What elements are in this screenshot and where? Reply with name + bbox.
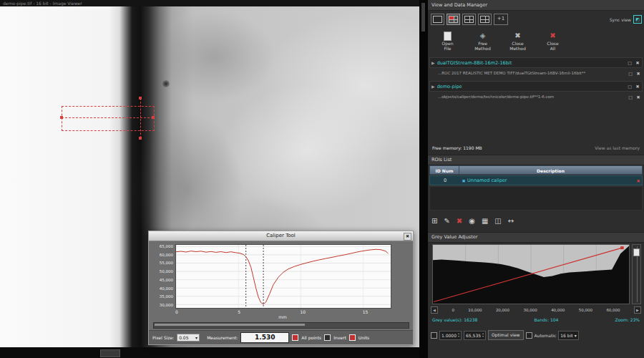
- max-grey-field[interactable]: 65,535 ▴▾: [464, 331, 486, 340]
- table-row[interactable]: 0 ✖ Unnamed caliper ✖: [429, 175, 643, 185]
- file-pin-icon[interactable]: ▶: [431, 60, 435, 65]
- viewer-bottom-tab[interactable]: [100, 349, 120, 357]
- layout-quad-icon[interactable]: [462, 14, 476, 25]
- file-group: ▶ demo-pipe □ ✖ ...objects/caliper/demo/…: [429, 81, 643, 101]
- split-view-icon[interactable]: ◫: [494, 217, 501, 225]
- add-roi-icon[interactable]: ⊞: [431, 217, 437, 225]
- caliper-roi-crossline[interactable]: [140, 98, 141, 138]
- close-icon[interactable]: ✖: [635, 95, 641, 100]
- all-points-label: All points: [301, 335, 321, 340]
- caliper-controls: Pixel Size: 0.05 ▾ Measurement: 1.530 Al…: [149, 330, 413, 344]
- close-method-button[interactable]: ✖ CloseMethod: [501, 29, 535, 54]
- bands-readout: Bands: 104: [534, 317, 558, 322]
- file-row[interactable]: ▶ dualTGtStream-8Bit-16m2-16bit □ ✖: [429, 57, 643, 68]
- divider-scrollbar-handle[interactable]: [421, 3, 425, 32]
- viewer-bottombar: [0, 347, 419, 358]
- file-group: ▶ dualTGtStream-8Bit-16m2-16bit □ ✖ ...R…: [429, 57, 643, 77]
- optimal-view-button[interactable]: Optimal view: [488, 330, 523, 340]
- caliper-hscrollbar-handle[interactable]: [155, 324, 305, 326]
- file-path: ...objects/caliper/demo/technicolor/demo…: [438, 95, 625, 99]
- window-icon[interactable]: □: [628, 95, 633, 100]
- view-data-manager-panel: View and Data Manager +1 Sync view ◩ Ope…: [428, 0, 644, 358]
- roi-description[interactable]: Unnamed caliper: [467, 178, 635, 183]
- close-icon[interactable]: ✖: [635, 71, 641, 76]
- panel-title: View and Data Manager: [428, 0, 644, 11]
- file-row[interactable]: ▶ demo-pipe □ ✖: [429, 81, 643, 92]
- caliper-plot-svg: [176, 245, 391, 308]
- close-icon[interactable]: ✖: [635, 84, 640, 89]
- pan-icon[interactable]: ↔: [508, 217, 514, 225]
- application-window: demo-pipe.tif - 16 bit - Image Viewer Ca…: [0, 0, 644, 358]
- layout-split-icon[interactable]: [478, 14, 492, 25]
- edit-roi-icon[interactable]: ✎: [444, 217, 449, 225]
- close-icon[interactable]: ✖: [635, 178, 642, 183]
- pixel-size-label: Pixel Size:: [152, 335, 174, 340]
- close-icon[interactable]: ✖: [404, 233, 411, 241]
- roi-handle-left[interactable]: [60, 116, 63, 119]
- free-memory-label: Free memory: 1190 MB: [432, 145, 482, 150]
- measurement-value: 1.530: [240, 332, 289, 343]
- chevron-down-icon: ▾: [195, 335, 197, 340]
- roi-delete-icon[interactable]: ✖: [460, 178, 467, 183]
- window-icon[interactable]: □: [628, 71, 633, 76]
- caliper-dialog-titlebar[interactable]: Caliper Tool ✖: [149, 231, 413, 241]
- delete-roi-icon[interactable]: ✖: [457, 217, 462, 225]
- grid-icon[interactable]: ▦: [482, 217, 488, 225]
- automatic-label: Automatic: [535, 333, 557, 338]
- spin-down-icon[interactable]: ▾: [458, 335, 459, 338]
- free-method-button[interactable]: ◈ FreeMethod: [466, 29, 499, 54]
- window-icon[interactable]: □: [627, 84, 633, 89]
- sync-view-icon[interactable]: ◩: [633, 15, 642, 24]
- spin-down-icon[interactable]: ▾: [482, 335, 484, 338]
- range-checkbox[interactable]: [431, 332, 437, 339]
- axis-tick: 35,000: [160, 294, 173, 299]
- units-label: Units: [358, 335, 369, 340]
- roi-id: 0: [430, 178, 460, 183]
- add-view-icon[interactable]: +1: [494, 14, 508, 25]
- close-method-icon: ✖: [514, 32, 520, 40]
- pixel-size-select[interactable]: 0.05 ▾: [177, 334, 200, 342]
- roi-handle-top[interactable]: [139, 97, 142, 100]
- axis-tick: 40,000: [551, 308, 565, 312]
- caliper-dialog-title: Caliper Tool: [266, 233, 296, 238]
- file-pin-icon[interactable]: ▶: [431, 84, 435, 89]
- caliper-hscrollbar[interactable]: [153, 322, 409, 329]
- panel-divider[interactable]: [419, 0, 428, 358]
- file-path-row: ...ROC 2017 REALISTIC MET DEMO TIFF/dual…: [429, 68, 643, 77]
- axis-tick: 65,000: [160, 244, 173, 248]
- file-name[interactable]: dualTGtStream-8Bit-16m2-16bit: [437, 60, 625, 66]
- layout-single-icon[interactable]: [431, 14, 444, 25]
- automatic-checkbox[interactable]: [526, 332, 532, 339]
- roi-handle-right[interactable]: [152, 116, 155, 119]
- axis-tick: 0: [452, 308, 454, 312]
- zoom-readout: Zoom: 23%: [615, 317, 640, 322]
- window-icon[interactable]: □: [627, 60, 633, 65]
- close-all-button[interactable]: ✖ CloseAll: [536, 29, 570, 54]
- close-all-label-2: All: [550, 46, 555, 51]
- target-icon[interactable]: ◉: [469, 217, 475, 225]
- invert-checkbox[interactable]: [324, 334, 331, 341]
- file-name[interactable]: demo-pipe: [437, 84, 625, 90]
- histogram-vertical-slider[interactable]: [632, 244, 641, 304]
- units-checkbox[interactable]: [349, 334, 356, 341]
- slider-handle[interactable]: [633, 248, 640, 256]
- layout-quad-selected-icon[interactable]: [447, 14, 460, 25]
- bit-depth-select[interactable]: 16 bit ▾: [558, 331, 578, 340]
- view-memory-label[interactable]: View as last memory: [595, 145, 640, 150]
- axis-tick: 10: [300, 309, 306, 314]
- all-points-checkbox[interactable]: [292, 334, 298, 341]
- axis-tick: 50,000: [160, 269, 173, 274]
- caliper-tool-dialog: Caliper Tool ✖ 65,00060,00055,00050,0004…: [148, 231, 414, 345]
- spin-left-icon[interactable]: ◀: [431, 306, 438, 314]
- min-grey-value: 1.0000: [441, 332, 457, 339]
- histogram-info-row: Grey value(s): 16238 Bands: 104 Zoom: 23…: [432, 317, 640, 322]
- spin-right-icon[interactable]: ▶: [634, 306, 641, 314]
- histogram-plot[interactable]: [432, 244, 630, 304]
- adjuster-controls: 1.0000 ▴▾ 65,535 ▴▾ Optimal view Automat…: [431, 329, 642, 341]
- file-action-buttons: OpenFile ◈ FreeMethod ✖ CloseMethod ✖ Cl…: [431, 29, 641, 54]
- roi-handle-bottom[interactable]: [139, 137, 142, 140]
- close-method-label-2: Method: [509, 46, 526, 51]
- close-icon[interactable]: ✖: [635, 60, 640, 65]
- open-file-button[interactable]: OpenFile: [431, 29, 464, 54]
- min-grey-field[interactable]: 1.0000 ▴▾: [439, 331, 462, 340]
